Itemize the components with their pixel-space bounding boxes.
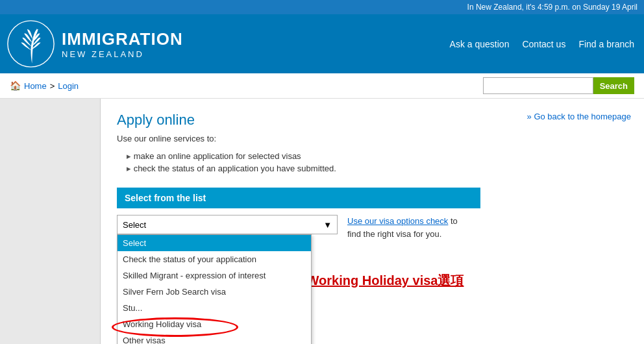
dropdown-option-silver-fern[interactable]: Silver Fern Job Search visa <box>118 284 311 300</box>
dropdown-option-other[interactable]: Other visas <box>118 332 311 344</box>
header-nav: Ask a question Contact us Find a branch <box>450 39 634 49</box>
dropdown-option-skilled-migrant[interactable]: Skilled Migrant - expression of interest <box>118 267 311 284</box>
datetime-text: In New Zealand, it's 4:59 p.m. on Sunday… <box>467 3 638 12</box>
go-back-link[interactable]: » Go back to the homepage <box>527 112 631 121</box>
breadcrumb: 🏠 Home > Login <box>10 80 79 91</box>
logo-line2: NEW ZEALAND <box>62 49 183 59</box>
sidebar <box>0 99 101 344</box>
breadcrumb-separator: > <box>50 81 55 91</box>
breadcrumb-bar: 🏠 Home > Login Search <box>0 73 644 99</box>
top-bar: In New Zealand, it's 4:59 p.m. on Sunday… <box>0 0 644 14</box>
dropdown-option-select[interactable]: Select <box>118 235 311 251</box>
bullet-item: check the status of an application you h… <box>127 162 628 175</box>
logo-line1: IMMIGRATION <box>62 29 183 49</box>
search-form: Search <box>483 77 634 94</box>
ask-question-link[interactable]: Ask a question <box>450 39 510 49</box>
logo-area: IMMIGRATION NEW ZEALAND <box>6 19 183 68</box>
visa-options-text: Use our visa options check to find the r… <box>347 215 464 240</box>
dropdown-wrapper: Select ▼ Select Check the status of your… <box>117 215 338 234</box>
breadcrumb-current[interactable]: Login <box>58 81 79 91</box>
go-back-area: » Go back to the homepage <box>527 112 631 121</box>
select-container: Select from the list <box>117 188 480 208</box>
dropdown-trigger[interactable]: Select ▼ <box>117 215 338 234</box>
dropdown-option-check-status[interactable]: Check the status of your application <box>118 251 311 267</box>
search-button[interactable]: Search <box>593 77 634 94</box>
svg-point-0 <box>8 21 54 67</box>
main-content: » Go back to the homepage Apply online U… <box>101 99 644 344</box>
subtitle-text: Use our online services to: <box>117 134 628 143</box>
logo-text: IMMIGRATION NEW ZEALAND <box>62 29 183 59</box>
dropdown-arrow-icon: ▼ <box>323 220 332 230</box>
bullet-list: make an online application for selected … <box>127 150 628 175</box>
visa-options-link[interactable]: Use our visa options check <box>347 216 448 226</box>
dropdown-selected-value: Select <box>123 220 146 230</box>
dropdown-option-student[interactable]: Stu... <box>118 300 311 316</box>
breadcrumb-home[interactable]: Home <box>24 81 47 91</box>
find-branch-link[interactable]: Find a branch <box>578 39 634 49</box>
dropdown-list: Select Check the status of your applicat… <box>117 234 312 344</box>
home-icon: 🏠 <box>10 80 21 91</box>
select-label: Select from the list <box>125 193 206 203</box>
select-row: Select ▼ Select Check the status of your… <box>117 215 584 240</box>
dropdown-option-working-holiday[interactable]: Working Holiday visa <box>118 316 311 332</box>
search-input[interactable] <box>483 77 593 94</box>
header: IMMIGRATION NEW ZEALAND Ask a question C… <box>0 14 644 73</box>
contact-us-link[interactable]: Contact us <box>522 39 565 49</box>
fern-logo-icon <box>6 19 55 68</box>
bullet-item: make an online application for selected … <box>127 150 628 162</box>
main-layout: » Go back to the homepage Apply online U… <box>0 99 644 344</box>
